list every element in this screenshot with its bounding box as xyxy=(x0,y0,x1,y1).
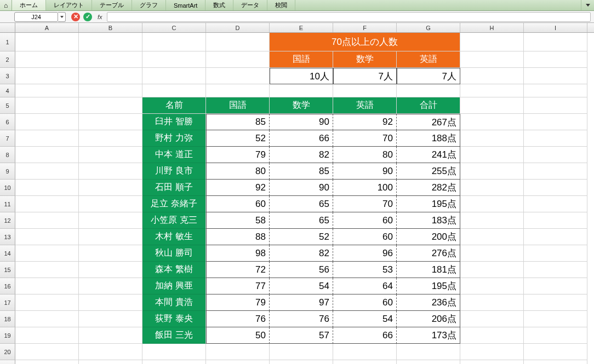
row-header[interactable]: 19 xyxy=(0,327,15,344)
cell[interactable] xyxy=(333,344,397,360)
row-header[interactable]: 18 xyxy=(0,311,15,327)
score-cell[interactable]: 77 xyxy=(206,278,270,294)
cell[interactable] xyxy=(79,327,142,344)
name-cell[interactable]: 森本 繁樹 xyxy=(142,262,206,278)
score-cell[interactable]: 90 xyxy=(333,163,397,180)
score-cell[interactable]: 52 xyxy=(206,130,270,147)
cell[interactable] xyxy=(524,311,587,327)
cell[interactable] xyxy=(460,294,524,311)
cell[interactable] xyxy=(142,51,206,68)
summary-header[interactable]: 英語 xyxy=(397,51,460,68)
cell[interactable] xyxy=(15,212,79,229)
name-cell[interactable]: 木村 敏生 xyxy=(142,229,206,245)
total-cell[interactable]: 206点 xyxy=(397,311,460,327)
cell[interactable] xyxy=(15,130,79,147)
cell[interactable] xyxy=(460,163,524,180)
total-cell[interactable]: 195点 xyxy=(397,278,460,294)
name-cell[interactable]: 秋山 勝司 xyxy=(142,245,206,262)
cell[interactable] xyxy=(15,327,79,344)
score-cell[interactable]: 80 xyxy=(333,147,397,163)
cell[interactable] xyxy=(397,360,460,364)
cell[interactable] xyxy=(524,229,587,245)
col-header[interactable]: E xyxy=(270,23,333,32)
name-cell[interactable]: 足立 奈緒子 xyxy=(142,196,206,212)
score-cell[interactable]: 88 xyxy=(206,229,270,245)
cell[interactable] xyxy=(79,130,142,147)
score-cell[interactable]: 60 xyxy=(333,229,397,245)
cell[interactable] xyxy=(142,344,206,360)
col-header[interactable]: H xyxy=(460,23,524,32)
tab-table[interactable]: テーブル xyxy=(92,0,132,10)
cell[interactable] xyxy=(142,33,206,51)
row-header[interactable]: 11 xyxy=(0,196,15,212)
tab-home[interactable]: ホーム xyxy=(12,0,46,10)
name-cell[interactable]: 荻野 泰央 xyxy=(142,311,206,327)
total-cell[interactable]: 282点 xyxy=(397,180,460,196)
summary-value[interactable]: 10人 xyxy=(270,68,333,84)
confirm-button[interactable]: ✓ xyxy=(83,13,92,21)
cell[interactable] xyxy=(524,262,587,278)
name-cell[interactable]: 中本 道正 xyxy=(142,147,206,163)
cell[interactable] xyxy=(15,245,79,262)
total-cell[interactable]: 173点 xyxy=(397,327,460,344)
cell[interactable] xyxy=(524,327,587,344)
total-cell[interactable]: 200点 xyxy=(397,229,460,245)
score-cell[interactable]: 79 xyxy=(206,294,270,311)
cell[interactable] xyxy=(524,51,587,68)
cell[interactable] xyxy=(460,196,524,212)
row-header[interactable]: 6 xyxy=(0,114,15,130)
cell[interactable] xyxy=(206,68,270,84)
cell[interactable] xyxy=(524,180,587,196)
cell[interactable] xyxy=(206,360,270,364)
score-cell[interactable]: 96 xyxy=(333,245,397,262)
cell[interactable] xyxy=(333,84,397,97)
cell[interactable] xyxy=(79,344,142,360)
cell[interactable] xyxy=(15,294,79,311)
cell[interactable] xyxy=(15,229,79,245)
cell[interactable] xyxy=(79,51,142,68)
total-cell[interactable]: 267点 xyxy=(397,114,460,130)
cell[interactable] xyxy=(524,163,587,180)
spreadsheet-grid[interactable]: A B C D E F G H I 170点以上の人数2国語数学英語310人7人… xyxy=(0,23,594,364)
score-cell[interactable]: 82 xyxy=(270,245,333,262)
row-header[interactable]: 16 xyxy=(0,278,15,294)
score-cell[interactable]: 76 xyxy=(206,311,270,327)
score-cell[interactable]: 66 xyxy=(333,327,397,344)
score-cell[interactable]: 79 xyxy=(206,147,270,163)
cell[interactable] xyxy=(460,245,524,262)
cell[interactable] xyxy=(79,212,142,229)
cell[interactable] xyxy=(460,344,524,360)
score-cell[interactable]: 90 xyxy=(270,114,333,130)
row-header[interactable]: 21 xyxy=(0,360,15,364)
cell[interactable] xyxy=(524,196,587,212)
total-cell[interactable]: 255点 xyxy=(397,163,460,180)
score-cell[interactable]: 65 xyxy=(270,196,333,212)
row-header[interactable]: 2 xyxy=(0,51,15,68)
cell[interactable] xyxy=(15,180,79,196)
tab-chart[interactable]: グラフ xyxy=(132,0,166,10)
cell[interactable] xyxy=(460,327,524,344)
score-cell[interactable]: 72 xyxy=(206,262,270,278)
row-header[interactable]: 20 xyxy=(0,344,15,360)
row-header[interactable]: 17 xyxy=(0,294,15,311)
col-header[interactable]: I xyxy=(524,23,587,32)
cell[interactable] xyxy=(460,51,524,68)
cell[interactable] xyxy=(142,84,206,97)
cell[interactable] xyxy=(460,33,524,51)
score-cell[interactable]: 65 xyxy=(270,212,333,229)
row-header[interactable]: 9 xyxy=(0,163,15,180)
name-cell[interactable]: 臼井 智勝 xyxy=(142,114,206,130)
score-cell[interactable]: 70 xyxy=(333,130,397,147)
score-cell[interactable]: 54 xyxy=(333,311,397,327)
cell[interactable] xyxy=(460,130,524,147)
table-header[interactable]: 国語 xyxy=(206,97,270,114)
score-cell[interactable]: 92 xyxy=(206,180,270,196)
row-header[interactable]: 10 xyxy=(0,180,15,196)
score-cell[interactable]: 98 xyxy=(206,245,270,262)
cell[interactable] xyxy=(142,360,206,364)
row-header[interactable]: 7 xyxy=(0,130,15,147)
name-cell[interactable]: 加納 興亜 xyxy=(142,278,206,294)
score-cell[interactable]: 50 xyxy=(206,327,270,344)
table-header[interactable]: 名前 xyxy=(142,97,206,114)
table-header[interactable]: 英語 xyxy=(333,97,397,114)
